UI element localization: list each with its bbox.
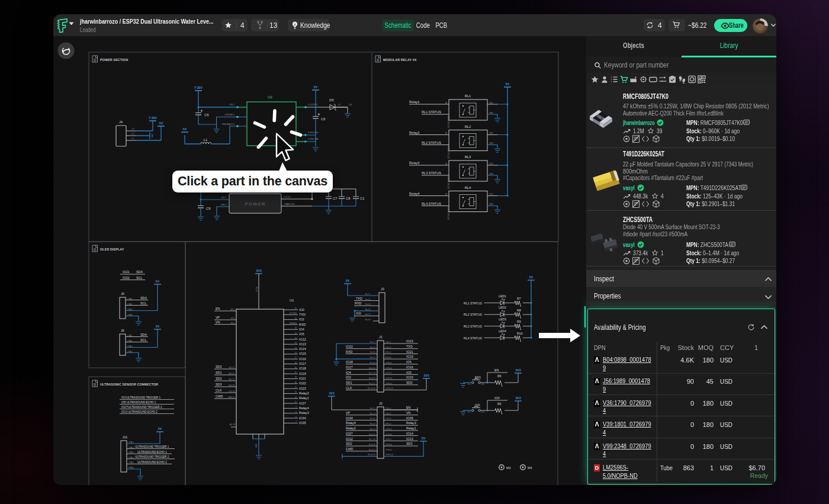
svg-text:Relay2: Relay2: [299, 391, 309, 395]
svg-text:SD2 17: SD2 17: [229, 378, 234, 381]
svg-text:Pin.2 2: Pin.2 2: [365, 298, 371, 301]
svg-text:IO27!ULTRASOUND TRIGGER 2: IO27!ULTRASOUND TRIGGER 2: [121, 406, 162, 409]
svg-text:18 Pin.9: 18 Pin.9: [385, 383, 392, 385]
svg-text:5 PA.5: 5 PA.5: [128, 461, 134, 464]
svg-text:Pin.5 9: Pin.5 9: [370, 362, 376, 364]
svg-text:IO0: IO0: [494, 396, 500, 400]
svg-text:2 PA.2: 2 PA.2: [127, 303, 133, 306]
svg-text:VDD: VDD: [489, 132, 493, 134]
svg-text:CMD 19: CMD 19: [228, 396, 234, 399]
svg-text:4 GND TAB: 4 GND TAB: [308, 138, 319, 140]
svg-text:12 Pin.6: 12 Pin.6: [385, 367, 392, 370]
svg-text:6: 6: [295, 416, 297, 418]
svg-text:U2: U2: [268, 95, 272, 99]
svg-text:VN: VN: [406, 411, 411, 415]
svg-text:VIN 1: VIN 1: [230, 104, 235, 106]
svg-text:IO0: IO0: [356, 312, 361, 315]
svg-text:IO17: IO17: [346, 365, 353, 369]
svg-text:IO4: IO4: [299, 328, 304, 331]
svg-text:Pin.2 3: Pin.2 3: [370, 413, 376, 415]
svg-text:10 Pin.5: 10 Pin.5: [385, 428, 392, 431]
svg-text:7-30V: 7-30V: [194, 86, 203, 89]
svg-text:18 Pin.9: 18 Pin.9: [385, 449, 392, 451]
svg-text:IO14: IO14: [299, 347, 306, 351]
svg-text:Relay4: Relay4: [409, 192, 419, 195]
svg-text:Pin.10 19: Pin.10 19: [368, 387, 375, 390]
svg-text:INDICATOR LED: INDICATOR LED: [447, 146, 449, 159]
svg-text:4 Pin.2: 4 Pin.2: [385, 413, 391, 415]
svg-text:SDA: SDA: [140, 333, 147, 336]
svg-text:12: 12: [295, 401, 297, 403]
svg-text:TXD: TXD: [406, 345, 413, 348]
svg-text:R10: R10: [517, 332, 523, 335]
svg-text:C1: C1: [360, 197, 364, 200]
svg-text:RL3 STATUS: RL3 STATUS: [422, 171, 441, 175]
svg-text:5V: 5V: [314, 85, 318, 89]
svg-text:IO12: IO12: [346, 437, 353, 441]
svg-text:IO22: IO22: [346, 345, 353, 348]
svg-text:ULTRASONIC SENSOR CONNECTOR: ULTRASONIC SENSOR CONNECTOR: [100, 383, 158, 386]
svg-text:14: 14: [295, 337, 297, 339]
svg-text:2 Pin.1: 2 Pin.1: [385, 341, 391, 344]
svg-text:IO19: IO19: [406, 355, 413, 358]
svg-text:IO5 ULTRASOUND ECHO 1: IO5 ULTRASOUND ECHO 1: [121, 401, 156, 404]
svg-text:VDD: VDD: [489, 193, 493, 195]
svg-text:J11: J11: [123, 435, 128, 439]
svg-text:LED4: LED4: [499, 329, 506, 333]
svg-text:Pin.6 11: Pin.6 11: [369, 367, 375, 370]
svg-text:CMD: CMD: [216, 394, 223, 398]
svg-text:13: 13: [295, 347, 297, 349]
svg-text:37: 37: [295, 386, 297, 389]
svg-text:6 Pin.3: 6 Pin.3: [385, 418, 391, 420]
svg-text:Pin.1 1: Pin.1 1: [370, 407, 376, 410]
svg-text:C9: C9: [206, 207, 210, 210]
svg-text:IO15: IO15: [406, 375, 413, 379]
svg-text:Pin.8 15: Pin.8 15: [369, 444, 375, 446]
svg-text:IO22: IO22: [299, 381, 306, 385]
svg-text:5V: 5V: [422, 436, 426, 440]
svg-text:4 TABOUTS: 4 TABOUTS: [284, 203, 295, 206]
svg-text:Pin.3 3: Pin.3 3: [365, 303, 371, 306]
svg-text:9: 9: [295, 406, 297, 408]
svg-text:3V3: 3V3: [329, 391, 334, 395]
svg-text:IO16: IO16: [299, 357, 306, 361]
svg-text:J3: J3: [381, 287, 384, 291]
svg-text:5V: 5V: [158, 427, 162, 431]
svg-text:C6: C6: [321, 117, 325, 121]
svg-text:EN: EN: [216, 307, 220, 310]
svg-text:34 RXD0: 34 RXD0: [290, 322, 297, 325]
svg-text:SD2: SD2: [346, 442, 352, 445]
svg-text:IO5: IO5: [406, 360, 412, 364]
svg-text:ULTRASOUND ECHO 1: ULTRASOUND ECHO 1: [137, 451, 167, 454]
svg-text:AC 32: AC 32: [230, 423, 236, 426]
svg-text:IO34: IO34: [346, 416, 353, 420]
svg-text:RL2 STATUS: RL2 STATUS: [422, 141, 441, 145]
svg-text:RXD: RXD: [299, 323, 306, 326]
svg-text:5V: 5V: [156, 280, 160, 283]
svg-text:IO27: IO27: [299, 402, 306, 405]
svg-text:SD0: SD0: [406, 381, 413, 384]
svg-text:3 GROUND: 3 GROUND: [308, 131, 319, 134]
svg-text:1 PA.1: 1 PA.1: [127, 298, 133, 300]
svg-text:GND: GND: [255, 444, 258, 448]
svg-text:ULTRASOUND TRIGGER 1: ULTRASOUND TRIGGER 1: [135, 445, 169, 448]
svg-text:6 Pin.3: 6 Pin.3: [385, 351, 391, 354]
svg-text:IO34: IO34: [299, 416, 306, 420]
svg-text:RL1 STATUS: RL1 STATUS: [464, 301, 482, 305]
svg-text:SCL: SCL: [136, 276, 143, 280]
svg-text:Relay4: Relay4: [299, 406, 309, 410]
svg-text:CLK: CLK: [216, 389, 222, 392]
svg-text:IO18: IO18: [299, 367, 306, 370]
svg-text:VP: VP: [346, 411, 351, 415]
svg-text:ULTRASOUND TRIGGER 2: ULTRASOUND TRIGGER 2: [135, 455, 169, 458]
svg-text:IO0: IO0: [299, 308, 304, 312]
svg-text:IO13: IO13: [299, 342, 306, 346]
svg-text:R7: R7: [517, 297, 521, 300]
svg-text:SD1: SD1: [346, 381, 352, 384]
svg-text:C5: C5: [204, 113, 208, 117]
svg-text:FEEDBACK 4: FEEDBACK 4: [222, 123, 234, 126]
svg-text:IN: IN: [445, 102, 448, 104]
svg-text:IO12: IO12: [299, 338, 306, 341]
svg-text:8 Pin.4: 8 Pin.4: [385, 357, 391, 359]
svg-text:Pin.7 13: Pin.7 13: [369, 372, 375, 374]
